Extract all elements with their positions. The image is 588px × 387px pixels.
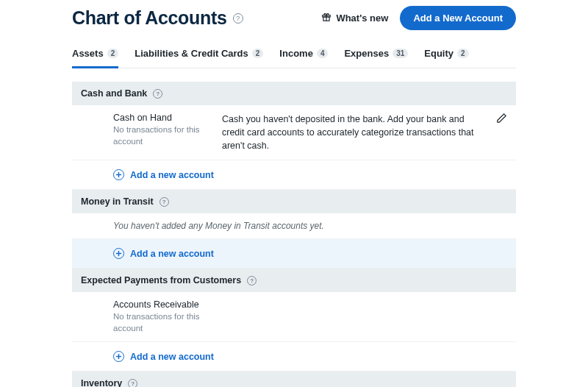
tab-count-badge: 2	[457, 49, 469, 58]
section-title: Inventory	[81, 378, 122, 387]
add-account-label: Add a new account	[130, 352, 214, 362]
add-account-row: Add a new account	[72, 342, 516, 372]
whats-new-label: What's new	[336, 13, 388, 24]
account-name: Cash on Hand	[113, 113, 222, 123]
tab-label: Income	[279, 48, 313, 59]
section-header: Cash and Bank?	[72, 82, 516, 105]
whats-new-link[interactable]: What's new	[321, 12, 388, 24]
add-account-button[interactable]: Add a New Account	[400, 6, 516, 30]
section-header: Expected Payments from Customers?	[72, 269, 516, 292]
add-account-label: Add a new account	[130, 249, 214, 259]
section-title: Expected Payments from Customers	[81, 275, 241, 285]
tab-count-badge: 2	[252, 49, 264, 58]
section-title: Money in Transit	[81, 196, 154, 207]
section: Cash and Bank?Cash on HandNo transaction…	[72, 82, 516, 190]
add-account-row: Add a new account	[72, 239, 516, 269]
tab-expenses[interactable]: Expenses31	[344, 48, 408, 68]
account-name: Accounts Receivable	[113, 299, 222, 310]
account-subtext: No transactions for this account	[113, 311, 222, 334]
section-title: Cash and Bank	[81, 88, 147, 99]
help-icon[interactable]: ?	[128, 379, 137, 387]
account-row: Accounts ReceivableNo transactions for t…	[72, 292, 516, 342]
help-icon[interactable]: ?	[233, 13, 243, 24]
section-header: Inventory?	[72, 372, 516, 387]
tab-count-badge: 31	[392, 49, 408, 58]
add-account-label: Add a new account	[130, 170, 214, 180]
section: Expected Payments from Customers?Account…	[72, 269, 516, 372]
account-row: Cash on HandNo transactions for this acc…	[72, 105, 516, 160]
tab-count-badge: 4	[317, 49, 329, 58]
section: Money in Transit?You haven't added any M…	[72, 190, 516, 269]
tab-label: Equity	[424, 48, 453, 59]
tab-label: Liabilities & Credit Cards	[135, 48, 248, 59]
tab-equity[interactable]: Equity2	[424, 48, 468, 68]
page-title: Chart of Accounts	[72, 7, 227, 29]
tab-assets[interactable]: Assets2	[72, 48, 118, 68]
help-icon[interactable]: ?	[247, 276, 257, 285]
account-subtext: No transactions for this account	[113, 124, 222, 147]
page-header: Chart of Accounts ? What's new Add a New…	[72, 6, 516, 30]
tabs: Assets2Liabilities & Credit Cards2Income…	[72, 48, 516, 68]
account-description: Cash you haven't deposited in the bank. …	[222, 113, 479, 152]
empty-message: You haven't added any Money in Transit a…	[72, 213, 516, 239]
section-header: Money in Transit?	[72, 190, 516, 213]
gift-icon	[321, 12, 331, 24]
tab-liabilities-credit-cards[interactable]: Liabilities & Credit Cards2	[135, 48, 263, 68]
plus-circle-icon	[113, 248, 124, 259]
tab-label: Expenses	[344, 48, 389, 59]
plus-circle-icon	[113, 169, 124, 180]
add-account-row: Add a new account	[72, 160, 516, 190]
help-icon[interactable]: ?	[153, 89, 162, 99]
plus-circle-icon	[113, 351, 124, 362]
tab-count-badge: 2	[107, 49, 119, 58]
help-icon[interactable]: ?	[159, 197, 169, 207]
add-account-link[interactable]: Add a new account	[113, 248, 214, 259]
edit-icon[interactable]	[496, 113, 507, 126]
tab-income[interactable]: Income4	[279, 48, 328, 68]
add-account-link[interactable]: Add a new account	[113, 351, 214, 362]
tab-label: Assets	[72, 48, 104, 59]
add-account-link[interactable]: Add a new account	[113, 169, 214, 180]
section: Inventory?You haven't added any Inventor…	[72, 372, 516, 387]
